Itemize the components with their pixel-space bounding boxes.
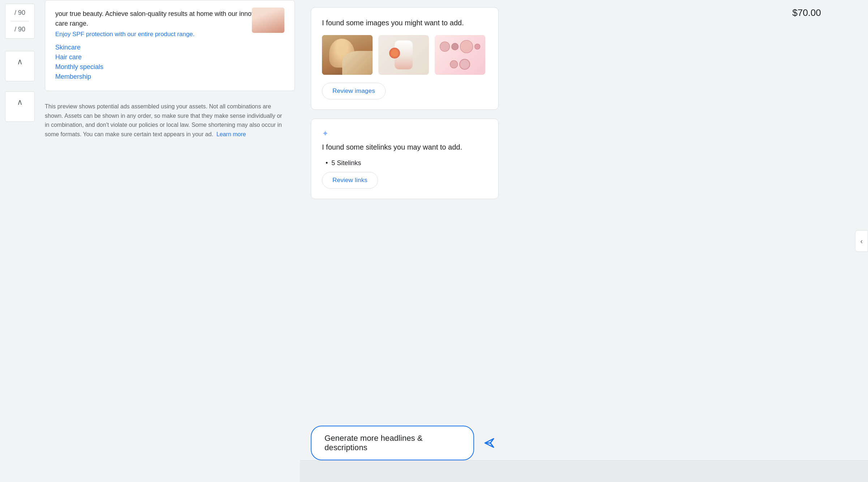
ad-sitelink-haircare[interactable]: Hair care bbox=[55, 53, 284, 61]
ad-sitelink-skincare[interactable]: Skincare bbox=[55, 44, 284, 51]
images-suggestion-card: I found some images you might want to ad… bbox=[311, 7, 499, 110]
learn-more-link[interactable]: Learn more bbox=[216, 131, 246, 137]
send-icon bbox=[483, 436, 496, 449]
images-card-title: I found some images you might want to ad… bbox=[322, 18, 487, 28]
images-row bbox=[322, 35, 487, 75]
bubble-1 bbox=[440, 42, 450, 52]
image-thumb-2[interactable] bbox=[378, 35, 429, 75]
collapse-panel-button[interactable]: ‹ bbox=[855, 230, 868, 252]
image-thumb-1[interactable] bbox=[322, 35, 373, 75]
bubble-5 bbox=[450, 60, 458, 68]
chevron-up-icon-2[interactable]: ∧ bbox=[17, 98, 23, 107]
image-thumb-3[interactable] bbox=[435, 35, 485, 75]
review-links-button[interactable]: Review links bbox=[322, 172, 378, 189]
ad-sitelinks: Skincare Hair care Monthly specials Memb… bbox=[55, 44, 284, 81]
ad-body-text: your true beauty. Achieve salon-quality … bbox=[55, 9, 284, 29]
sitelinks-card-title: I found some sitelinks you may want to a… bbox=[322, 142, 487, 152]
bubble-4 bbox=[474, 44, 480, 50]
sitelinks-suggestion-card: ✦ I found some sitelinks you may want to… bbox=[311, 119, 499, 199]
ad-preview-card: your true beauty. Achieve salon-quality … bbox=[45, 0, 295, 91]
ad-sitelink-membership[interactable]: Membership bbox=[55, 73, 284, 81]
image-thumb-2-flower bbox=[389, 48, 400, 59]
bubble-6 bbox=[459, 59, 470, 70]
ad-thumbnail-inner bbox=[252, 8, 284, 33]
ad-thumbnail bbox=[252, 8, 284, 33]
bubble-3 bbox=[460, 40, 473, 53]
counter-slash-2: / 90 bbox=[14, 26, 25, 33]
chevron-up-icon-1[interactable]: ∧ bbox=[17, 57, 23, 66]
price-label: $70.00 bbox=[792, 7, 821, 18]
ad-sitelink-monthly-specials[interactable]: Monthly specials bbox=[55, 63, 284, 71]
image-thumb-2-bottle bbox=[395, 40, 413, 69]
counter-box-1: / 90 / 90 bbox=[5, 4, 35, 39]
bubble-2 bbox=[451, 43, 459, 50]
price-display: $70.00 bbox=[792, 7, 821, 18]
sidebar-box-3[interactable]: ∧ bbox=[5, 91, 35, 122]
woman-face bbox=[329, 39, 354, 68]
ad-link[interactable]: Enjoy SPF protection with our entire pro… bbox=[55, 31, 284, 38]
send-button[interactable] bbox=[480, 434, 499, 452]
generate-headlines-button[interactable]: Generate more headlines & descriptions bbox=[311, 426, 474, 460]
sidebar-box-2[interactable]: ∧ bbox=[5, 51, 35, 81]
right-content: I found some images you might want to ad… bbox=[311, 7, 499, 208]
left-panel: / 90 / 90 ∧ ∧ your true beauty. Achieve … bbox=[0, 0, 300, 482]
collapse-arrow-icon: ‹ bbox=[860, 237, 863, 245]
right-panel: $70.00 I found some images you might wan… bbox=[300, 0, 868, 482]
bottom-bar bbox=[300, 460, 868, 482]
notice-text: This preview shows potential ads assembl… bbox=[45, 102, 295, 139]
sitelinks-count: 5 Sitelinks bbox=[322, 159, 487, 167]
generate-area: Generate more headlines & descriptions bbox=[311, 426, 499, 460]
sparkle-icon: ✦ bbox=[322, 129, 487, 138]
counter-slash-1: / 90 bbox=[14, 9, 25, 17]
sidebar-column: / 90 / 90 ∧ ∧ bbox=[0, 0, 40, 482]
main-content-column: your true beauty. Achieve salon-quality … bbox=[40, 0, 300, 482]
review-images-button[interactable]: Review images bbox=[322, 83, 386, 99]
